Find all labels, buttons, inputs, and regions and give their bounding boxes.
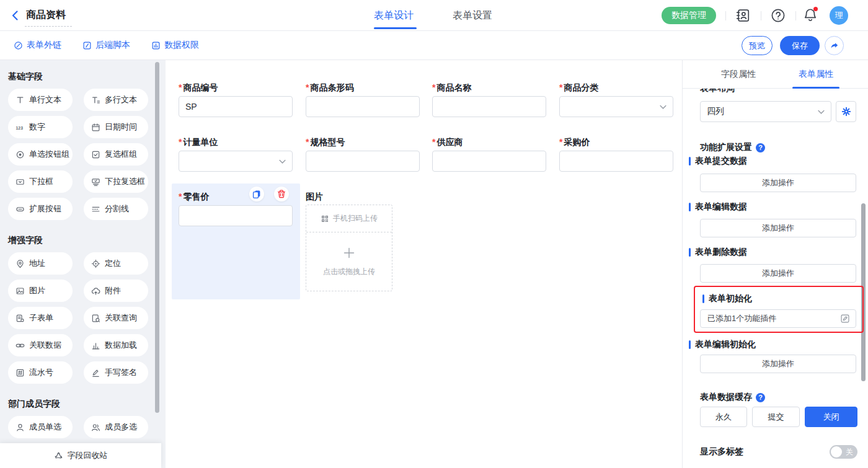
back-icon[interactable] xyxy=(9,9,22,22)
form-layout-select[interactable]: 四列 xyxy=(700,101,831,122)
field-item-dropdown-multiselect[interactable]: 下拉复选框 xyxy=(84,170,148,193)
field-item-label: 图片 xyxy=(29,285,45,296)
product-category-select[interactable] xyxy=(559,96,673,117)
field-item-label: 数据加载 xyxy=(105,340,137,351)
field-label-product-category: 商品分类 xyxy=(559,82,598,93)
field-item-serial-number[interactable]: 流水号 xyxy=(8,361,73,384)
field-item-multi-line-text[interactable]: 多行文本 xyxy=(84,89,148,111)
tab-form-properties[interactable]: 表单属性 xyxy=(799,69,833,80)
field-item-number[interactable]: 123 数字 xyxy=(8,116,73,138)
field-item-datetime[interactable]: 日期时间 xyxy=(84,116,148,138)
divider-line-icon xyxy=(91,205,100,214)
copy-field-button[interactable] xyxy=(249,187,264,201)
basic-fields-grid: 单行文本 多行文本 123 数字 日期时间 单选按钮组 xyxy=(8,89,166,220)
number-icon: 123 xyxy=(16,123,25,132)
field-item-label: 子表单 xyxy=(29,312,53,324)
cache-option-close[interactable]: 关闭 xyxy=(805,407,857,427)
delete-field-button[interactable] xyxy=(274,187,289,201)
field-item-label: 流水号 xyxy=(29,367,53,378)
field-item-attachment[interactable]: 附件 xyxy=(84,280,148,302)
cache-option-submit[interactable]: 提交 xyxy=(752,407,800,427)
field-item-member-single[interactable]: 成员单选 xyxy=(8,416,73,438)
field-item-extend-button[interactable]: 扩展按钮 xyxy=(8,198,73,220)
person-icon xyxy=(16,423,25,432)
field-item-label: 单选按钮组 xyxy=(29,149,69,160)
product-code-input[interactable] xyxy=(179,96,293,117)
field-item-data-load[interactable]: 数据加载 xyxy=(84,334,148,356)
divider xyxy=(795,11,796,20)
field-item-member-multi[interactable]: 成员多选 xyxy=(84,416,148,438)
recycle-bin-label: 字段回收站 xyxy=(68,450,108,461)
field-item-label: 日期时间 xyxy=(105,121,137,133)
avatar[interactable]: 理 xyxy=(830,6,848,25)
form-canvas[interactable]: 商品编号 商品条形码 商品名称 商品分类 计量单位 规格型号 供应商 采购价 零… xyxy=(166,60,682,468)
help-icon[interactable] xyxy=(771,8,786,23)
data-manage-button[interactable]: 数据管理 xyxy=(662,7,716,24)
data-permission-link[interactable]: 数据权限 xyxy=(151,40,199,51)
add-action-button-edit[interactable]: 添加操作 xyxy=(700,219,856,237)
field-item-subform[interactable]: 子表单 xyxy=(8,307,73,329)
unit-select[interactable] xyxy=(179,151,293,172)
trash-icon xyxy=(277,189,286,199)
field-item-divider-line[interactable]: 分割线 xyxy=(84,198,148,220)
contacts-book-icon[interactable] xyxy=(735,8,750,23)
purchase-price-input[interactable] xyxy=(559,151,673,172)
field-item-label: 定位 xyxy=(105,258,121,269)
tab-field-properties[interactable]: 字段属性 xyxy=(721,69,756,80)
preview-button[interactable]: 预览 xyxy=(742,36,773,55)
product-name-input[interactable] xyxy=(432,96,546,117)
add-action-button-delete[interactable]: 添加操作 xyxy=(700,264,856,283)
checkbox-icon xyxy=(91,150,100,159)
tab-form-settings[interactable]: 表单设置 xyxy=(453,9,492,22)
scan-upload-button[interactable]: 手机扫码上传 xyxy=(306,205,392,232)
field-label-spec: 规格型号 xyxy=(306,136,345,148)
field-item-address[interactable]: 地址 xyxy=(8,252,73,275)
page-title: 商品资料 xyxy=(26,9,66,22)
chevron-down-icon xyxy=(818,110,825,115)
retail-price-input[interactable] xyxy=(179,205,293,226)
field-item-label: 多行文本 xyxy=(105,94,137,105)
share-arrow-icon xyxy=(830,41,839,51)
field-item-linked-query[interactable]: 关联查询 xyxy=(84,307,148,329)
field-item-checkbox-group[interactable]: 复选框组 xyxy=(84,143,148,166)
cache-label: 表单数据缓存 xyxy=(700,392,752,403)
edit-pencil-icon[interactable] xyxy=(840,314,850,324)
field-item-label: 扩展按钮 xyxy=(29,203,61,214)
dropdown-icon xyxy=(16,177,25,187)
add-action-button-submit[interactable]: 添加操作 xyxy=(700,174,856,192)
form-external-link[interactable]: 表单外链 xyxy=(14,40,61,51)
field-item-image[interactable]: 图片 xyxy=(8,280,73,302)
spec-input[interactable] xyxy=(306,151,420,172)
form-toolbar: 表单外链 后端脚本 数据权限 预览 保存 xyxy=(0,31,868,60)
field-item-radio-group[interactable]: 单选按钮组 xyxy=(8,143,73,166)
field-item-label: 手写签名 xyxy=(105,367,137,378)
help-circle-icon[interactable] xyxy=(756,143,765,152)
field-item-signature[interactable]: 手写签名 xyxy=(84,361,148,384)
cache-option-forever[interactable]: 永久 xyxy=(700,407,747,427)
supplier-input[interactable] xyxy=(432,151,546,172)
form-init-plugin-button[interactable]: 已添加1个功能插件 xyxy=(700,309,856,328)
section-bar xyxy=(689,157,691,166)
save-button[interactable]: 保存 xyxy=(780,36,820,55)
field-item-locate[interactable]: 定位 xyxy=(84,252,148,275)
sidebar-scrollbar[interactable] xyxy=(155,62,159,413)
field-item-linked-data[interactable]: 关联数据 xyxy=(8,334,73,356)
drag-upload-area[interactable]: 点击或拖拽上传 xyxy=(306,232,392,291)
help-circle-icon[interactable] xyxy=(756,393,765,402)
add-action-button-edit-init[interactable]: 添加操作 xyxy=(700,355,856,373)
share-button[interactable] xyxy=(825,36,844,55)
layout-settings-button[interactable] xyxy=(836,101,856,122)
field-item-single-line-text[interactable]: 单行文本 xyxy=(8,89,73,111)
field-recycle-bin[interactable]: 字段回收站 xyxy=(0,443,161,468)
copy-icon xyxy=(252,189,262,199)
panel-scrollbar[interactable] xyxy=(861,203,866,381)
bar-chart-icon xyxy=(91,341,100,350)
multi-line-text-icon xyxy=(91,95,100,105)
selected-field-retail-price[interactable]: 零售价 xyxy=(172,183,300,299)
product-barcode-input[interactable] xyxy=(306,96,420,117)
multi-tab-toggle[interactable]: 关 xyxy=(830,445,857,459)
tab-form-design[interactable]: 表单设计 xyxy=(374,9,414,22)
svg-text:123: 123 xyxy=(16,125,24,130)
backend-script-link[interactable]: 后端脚本 xyxy=(82,40,130,51)
field-item-dropdown[interactable]: 下拉框 xyxy=(8,170,73,193)
